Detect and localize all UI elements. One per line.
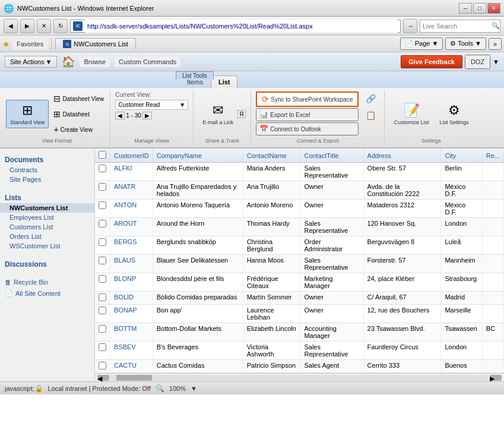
col-region[interactable]: Re... — [482, 149, 503, 163]
refresh-button[interactable]: ↻ — [53, 19, 68, 33]
close-button[interactable]: ✕ — [487, 3, 500, 14]
customer-id-link[interactable]: ANTON — [114, 201, 137, 209]
row-checkbox[interactable] — [99, 307, 106, 314]
col-address[interactable]: Address — [363, 149, 441, 163]
row-checkbox[interactable] — [99, 257, 106, 264]
minimize-button[interactable]: ─ — [459, 3, 472, 14]
contact-name-cell: Victoria Ashworth — [243, 342, 300, 360]
doz-button[interactable]: DOZ — [465, 55, 490, 69]
browser-logo-icon: 🌐 — [4, 4, 14, 13]
row-checkbox[interactable] — [99, 165, 106, 172]
customer-id-link[interactable]: BOTTM — [114, 325, 137, 332]
customer-id-link[interactable]: BONAP — [114, 307, 137, 314]
nav-customers-list[interactable]: Customers List — [0, 222, 94, 232]
customer-id-link[interactable]: ANATR — [114, 183, 135, 190]
h-scroll-track[interactable] — [110, 375, 489, 381]
contact-title-cell: Sales Representative — [300, 163, 363, 181]
customer-id-link[interactable]: ALFKI — [114, 165, 132, 172]
custom-commands-tab[interactable]: Custom Commands — [115, 56, 180, 67]
search-input[interactable] — [420, 23, 492, 30]
customer-id-cell: AROUT — [110, 218, 153, 236]
page-button[interactable]: 📄 Page ▼ — [400, 37, 443, 50]
col-contact-name[interactable]: ContactName — [243, 149, 300, 163]
tools-button[interactable]: ⚙ Tools ▼ — [445, 37, 486, 50]
rss-button[interactable]: R — [237, 110, 246, 118]
customer-id-link[interactable]: AROUT — [114, 220, 137, 227]
forward-button[interactable]: ▶ — [20, 19, 34, 33]
row-checkbox[interactable] — [99, 183, 106, 191]
next-page-button[interactable]: ▶ — [142, 112, 152, 119]
h-scroll-thumb[interactable] — [116, 375, 152, 381]
give-feedback-button[interactable]: Give Feedback — [401, 55, 462, 68]
tab-list[interactable]: List — [211, 75, 238, 88]
customize-list-button[interactable]: 📝 Customize List — [389, 100, 433, 128]
datasheet-view-button[interactable]: ⊟ Datasheet View — [50, 91, 107, 106]
row-checkbox[interactable] — [99, 201, 106, 209]
h-scroll-right-btn[interactable]: ▶ — [490, 375, 502, 381]
dropdown-arrow-icon: ▼ — [179, 102, 185, 108]
nav-site-pages[interactable]: Site Pages — [0, 175, 94, 184]
customer-id-link[interactable]: BSBEV — [114, 343, 136, 350]
search-button[interactable]: 🔍 — [492, 22, 500, 30]
contact-title-cell: Sales Representative — [300, 218, 363, 236]
sync-sharepoint-button[interactable]: ⟳ Sync to SharePoint Workspace — [256, 91, 359, 107]
site-actions-button[interactable]: Site Actions ▼ — [5, 56, 57, 68]
browse-tab[interactable]: Browse — [80, 56, 110, 67]
customer-id-link[interactable]: BOLID — [114, 293, 134, 301]
customer-id-link[interactable]: BLONP — [114, 275, 136, 282]
col-company-name[interactable]: CompanyName — [153, 149, 243, 163]
export-excel-button[interactable]: 📊 Export to Excel — [256, 108, 359, 121]
row-checkbox[interactable] — [99, 343, 106, 351]
col-contact-title[interactable]: ContactTitle — [300, 149, 363, 163]
stop-button[interactable]: ✕ — [37, 19, 51, 33]
documents-section-title: Documents — [0, 153, 94, 165]
back-button[interactable]: ◀ — [4, 19, 18, 33]
current-view-dropdown[interactable]: Customer Read ▼ — [115, 100, 188, 110]
row-checkbox[interactable] — [99, 275, 106, 283]
company-name-cell: Alfreds Futterkiste — [153, 163, 243, 181]
col-city[interactable]: City — [441, 149, 482, 163]
nav-employees-list[interactable]: Employees List — [0, 213, 94, 222]
nav-orders-list[interactable]: Orders List — [0, 232, 94, 241]
nav-ws-customer-list[interactable]: WSCustomer List — [0, 241, 94, 251]
recycle-bin-icon: 🗑 — [5, 279, 11, 286]
favorites-button[interactable]: Favorites — [12, 39, 47, 49]
list-settings-button[interactable]: ⚙ List Settings — [436, 100, 473, 128]
more-button[interactable]: » — [489, 38, 502, 50]
pagination-controls: ◀ 1 - 30 ▶ — [115, 112, 188, 119]
email-link-button[interactable]: ✉ E-mail a Link — [198, 100, 237, 128]
select-all-checkbox[interactable] — [99, 151, 106, 159]
address-bar[interactable] — [85, 20, 398, 33]
nav-nw-customers-list[interactable]: NWCustomers List — [0, 203, 94, 213]
row-checkbox[interactable] — [99, 220, 106, 228]
misc-btn-1[interactable]: 🔗 — [362, 91, 379, 106]
contact-title-cell: Owner — [300, 305, 363, 323]
row-checkbox[interactable] — [99, 362, 106, 369]
col-customer-id[interactable]: CustomerID — [110, 149, 153, 163]
standard-view-button[interactable]: ⊞ Standard View — [6, 100, 49, 128]
nav-contracts[interactable]: Contracts — [0, 165, 94, 175]
create-view-button[interactable]: + Create View — [50, 122, 107, 137]
customer-id-link[interactable]: BERGS — [114, 238, 137, 245]
row-checkbox[interactable] — [99, 238, 106, 246]
contact-name-cell: Elizabeth Lincoln — [243, 323, 300, 342]
customers-table: CustomerID CompanyName ContactName Conta… — [95, 149, 504, 373]
row-checkbox[interactable] — [99, 325, 106, 333]
region-cell — [482, 292, 503, 305]
misc-btn-2[interactable]: 📋 — [362, 108, 379, 122]
h-scrollbar[interactable]: ◀ ▶ — [95, 373, 504, 381]
customer-id-link[interactable]: BLAUS — [114, 257, 135, 264]
go-button[interactable]: → — [403, 19, 417, 33]
h-scroll-left-btn[interactable]: ◀ — [97, 375, 109, 381]
connect-outlook-button[interactable]: 📅 Connect to Outlook — [256, 122, 359, 135]
region-cell: BC — [482, 323, 503, 342]
customer-id-link[interactable]: CACTU — [114, 362, 137, 369]
nav-all-site-content[interactable]: 📄 All Site Content — [0, 288, 94, 299]
contact-title-cell: Owner — [300, 200, 363, 218]
prev-page-button[interactable]: ◀ — [115, 112, 125, 119]
datasheet-button[interactable]: ⊞ Datasheet — [50, 107, 107, 121]
row-checkbox[interactable] — [99, 293, 106, 301]
maximize-button[interactable]: □ — [473, 3, 486, 14]
nav-recycle-bin[interactable]: 🗑 Recycle Bin — [0, 277, 94, 288]
browser-tab[interactable]: N NWCustomers List — [55, 38, 136, 49]
